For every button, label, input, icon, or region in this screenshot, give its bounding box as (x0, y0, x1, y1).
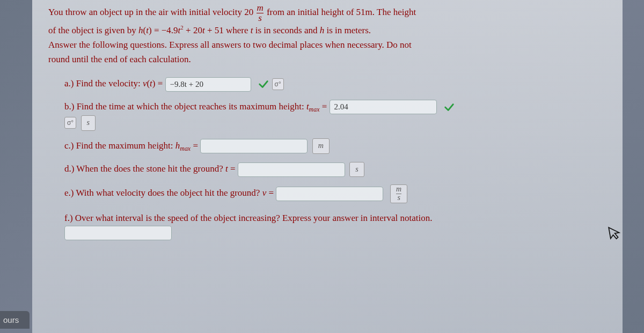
problem-page: You throw an object up in the air with i… (32, 0, 623, 333)
part-e-label: e.) With what velocity does the object h… (64, 188, 276, 198)
unit-ms: m s (390, 184, 407, 203)
checkmark-icon (258, 78, 269, 90)
part-f: f.) Over what interval is the speed of t… (64, 211, 606, 241)
unit-fraction-ms: m s (257, 3, 263, 23)
part-d-input[interactable] (238, 162, 345, 177)
intro-text-3: Answer the following questions. Express … (48, 40, 412, 50)
problem-intro: You throw an object up in the air with i… (48, 3, 606, 66)
part-b: b.) Find the time at which the object re… (64, 99, 606, 131)
part-b-label: b.) Find the time at which the object re… (64, 101, 330, 112)
part-a: a.) Find the velocity: v(t) = σ° (64, 76, 606, 92)
part-e-input[interactable] (276, 187, 383, 201)
part-f-label: f.) Over what interval is the speed of t… (64, 213, 432, 223)
sidebar-tab-ours[interactable]: ours (0, 311, 30, 329)
part-c: c.) Find the maximum height: hmax = m (64, 138, 606, 154)
preview-icon[interactable]: σ° (64, 117, 76, 129)
part-d-label: d.) When the does the stone hit the grou… (64, 164, 238, 174)
cursor-icon (606, 224, 624, 245)
unit-seconds: s (349, 162, 364, 177)
intro-text-1a: You throw an object up in the air with i… (48, 7, 253, 17)
part-a-input[interactable] (165, 77, 251, 92)
part-e: e.) With what velocity does the object h… (64, 184, 606, 203)
unit-seconds: s (81, 115, 96, 130)
preview-icon[interactable]: σ° (272, 78, 284, 90)
part-d: d.) When the does the stone hit the grou… (64, 161, 606, 177)
intro-text-2: of the object is given by h(t) = −4.9t2 … (48, 25, 371, 35)
part-c-label: c.) Find the maximum height: hmax = (64, 140, 200, 151)
part-c-input[interactable] (200, 139, 308, 153)
part-f-input[interactable] (64, 226, 172, 240)
intro-text-4: round until the end of each calculation. (48, 54, 191, 64)
checkmark-icon (443, 101, 455, 113)
part-a-label: a.) Find the velocity: v(t) = (64, 78, 165, 88)
part-b-input[interactable] (330, 100, 437, 114)
unit-meters: m (312, 138, 330, 153)
intro-text-1b: from an initial height of 51m. The heigh… (267, 7, 416, 17)
